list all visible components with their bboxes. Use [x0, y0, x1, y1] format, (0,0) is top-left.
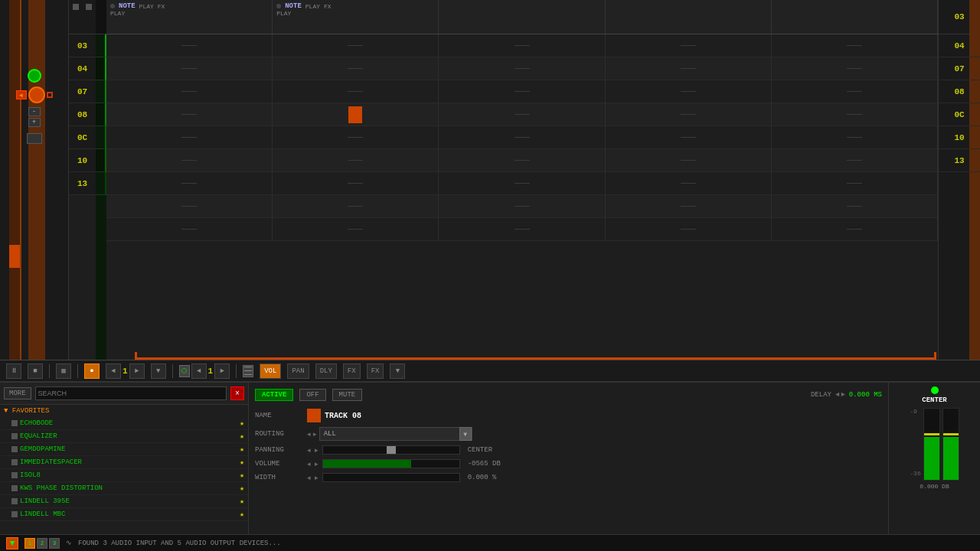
favorites-category[interactable]: ▼ FAVORITES	[0, 405, 248, 417]
dropdown-btn-1[interactable]: ▼	[151, 364, 166, 379]
off-btn[interactable]: OFF	[299, 389, 325, 401]
cell-6-3[interactable]	[439, 149, 605, 171]
cell-6-1[interactable]	[106, 149, 273, 171]
star-lindellmbc[interactable]: ★	[240, 510, 244, 519]
width-right-arrow[interactable]: ►	[315, 474, 318, 481]
cell-2-1[interactable]	[106, 57, 273, 80]
panning-handle[interactable]	[387, 446, 396, 454]
cell-7-3[interactable]	[439, 172, 605, 194]
panning-slider[interactable]	[322, 445, 460, 455]
cell-3-1[interactable]	[106, 80, 273, 103]
minus-btn[interactable]: -	[28, 107, 41, 116]
input-icon[interactable]: ⬡	[179, 365, 190, 377]
cell-5-3[interactable]	[439, 126, 605, 148]
cell-4-1[interactable]	[106, 103, 273, 126]
volume-handle[interactable]	[9, 245, 20, 268]
cell-9-2[interactable]	[273, 218, 439, 240]
vol-btn[interactable]: VOL	[260, 364, 281, 379]
grid-row-3[interactable]	[106, 80, 938, 103]
star-echobode[interactable]: ★	[240, 419, 244, 428]
cell-3-4[interactable]	[606, 80, 772, 103]
cell-1-3[interactable]	[439, 34, 605, 57]
routing-dropdown-arrow[interactable]: ▼	[459, 427, 472, 441]
cell-2-5[interactable]	[772, 57, 938, 80]
seq-btn-2[interactable]: 2	[37, 538, 47, 549]
cell-7-4[interactable]	[606, 172, 772, 194]
vol-left-arrow[interactable]: ◄	[307, 461, 311, 468]
plugin-equalizer[interactable]: EQUALIZER ★	[0, 430, 248, 443]
cell-1-2[interactable]	[273, 34, 439, 57]
status-dropdown-btn[interactable]: ▼	[6, 537, 18, 549]
delay-right-arrow[interactable]: ►	[841, 391, 844, 399]
record-btn[interactable]	[28, 86, 45, 103]
active-btn[interactable]: ACTIVE	[255, 389, 293, 401]
cell-3-2[interactable]	[273, 80, 439, 103]
cell-9-4[interactable]	[606, 218, 772, 240]
plugin-kws[interactable]: KWS PHASE DISTORTION ★	[0, 482, 248, 495]
next-track-btn[interactable]: ►	[129, 364, 145, 379]
star-immediatespacer[interactable]: ★	[240, 458, 244, 467]
vol-right-arrow[interactable]: ►	[315, 461, 318, 468]
cell-6-4[interactable]	[606, 149, 772, 171]
cell-4-3[interactable]	[439, 103, 605, 126]
cell-9-3[interactable]	[439, 218, 605, 240]
cell-5-5[interactable]	[772, 126, 938, 148]
cell-1-4[interactable]	[606, 34, 772, 57]
prev-track-btn[interactable]: ◄	[106, 364, 121, 379]
plus-btn[interactable]: +	[28, 118, 41, 127]
plugin-gemdopamine[interactable]: GEMDOPAMINE ★	[0, 443, 248, 456]
pan-btn[interactable]: PAN	[287, 364, 309, 379]
star-lindell395e[interactable]: ★	[240, 497, 244, 506]
star-equalizer[interactable]: ★	[240, 432, 244, 441]
mute-btn[interactable]: MUTE	[332, 389, 363, 401]
cell-8-1[interactable]	[106, 195, 273, 217]
cell-6-2[interactable]	[273, 149, 439, 171]
cell-6-5[interactable]	[772, 149, 938, 171]
fx-btn-2[interactable]: FX	[367, 364, 384, 379]
settings-icon[interactable]	[27, 133, 42, 144]
dropdown-btn-2[interactable]: ▼	[390, 364, 405, 379]
cell-4-2-note[interactable]	[273, 103, 439, 126]
routing-right-arrow[interactable]: ►	[313, 431, 317, 438]
dly-btn[interactable]: DLY	[315, 364, 337, 379]
cell-2-4[interactable]	[606, 57, 772, 80]
arrow-left-btn[interactable]: ◄	[16, 90, 27, 99]
cell-3-3[interactable]	[439, 80, 605, 103]
grid-row-4[interactable]	[106, 103, 938, 126]
grid-row-9[interactable]	[106, 218, 938, 241]
plugin-immediatespacer[interactable]: IMMEDIATESPACER ★	[0, 456, 248, 469]
plugin-lindell395e[interactable]: LINDELL 395E ★	[0, 495, 248, 508]
cell-9-1[interactable]	[106, 218, 273, 240]
cell-8-4[interactable]	[606, 195, 772, 217]
note-block-orange[interactable]	[348, 106, 362, 123]
cell-7-2[interactable]	[273, 172, 439, 194]
width-slider[interactable]	[322, 473, 460, 482]
cell-5-1[interactable]	[106, 126, 273, 148]
pause-btn[interactable]: ⏸	[6, 364, 21, 379]
cell-3-5[interactable]	[772, 80, 938, 103]
cell-7-1[interactable]	[106, 172, 273, 194]
grid-row-7[interactable]	[106, 172, 938, 195]
delay-left-arrow[interactable]: ◄	[835, 391, 839, 399]
cell-4-4[interactable]	[606, 103, 772, 126]
cell-8-5[interactable]	[772, 195, 938, 217]
grid-row-6[interactable]	[106, 149, 938, 172]
volume-slider[interactable]	[322, 459, 460, 468]
cell-1-5[interactable]	[772, 34, 938, 57]
track-color-swatch[interactable]	[307, 409, 321, 422]
prev-track-btn-2[interactable]: ◄	[191, 364, 207, 379]
seq-btn-3[interactable]: 3	[49, 538, 60, 549]
routing-left-arrow[interactable]: ◄	[307, 431, 311, 438]
cell-7-5[interactable]	[772, 172, 938, 194]
cell-1-1[interactable]	[106, 34, 273, 57]
cell-9-5[interactable]	[772, 218, 938, 240]
routing-dropdown-container[interactable]: ALL ▼	[319, 427, 472, 441]
grid-row-2[interactable]	[106, 57, 938, 80]
cell-2-3[interactable]	[439, 57, 605, 80]
mixer-icon[interactable]	[243, 365, 253, 377]
star-kws[interactable]: ★	[240, 484, 244, 493]
grid-row-8[interactable]	[106, 195, 938, 218]
cell-5-4[interactable]	[606, 126, 772, 148]
more-btn[interactable]: MORE	[4, 387, 31, 399]
next-track-btn-2[interactable]: ►	[214, 364, 230, 379]
